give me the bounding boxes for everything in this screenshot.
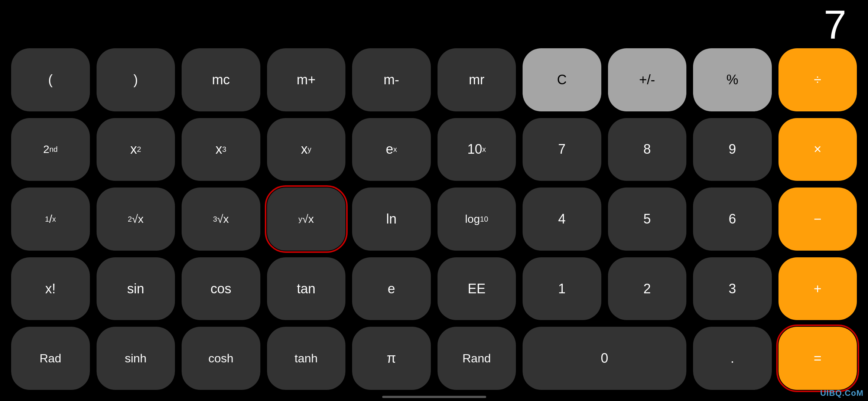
x-to-y-button[interactable]: xy [267,118,346,181]
percent-button[interactable]: % [693,48,772,111]
cube-root-button[interactable]: 3√x [182,188,260,251]
calculator-grid: ( ) mc m+ m- mr C +/- % ÷ 2nd x2 x3 xy e… [0,48,868,390]
divide-button[interactable]: ÷ [778,48,857,111]
sqrt-button[interactable]: 2√x [97,188,175,251]
ee-button[interactable]: EE [438,257,516,320]
rand-button[interactable]: Rand [438,327,516,390]
subtract-button[interactable]: − [778,188,857,251]
cosh-button[interactable]: cosh [182,327,260,390]
ten-to-x-button[interactable]: 10x [438,118,516,181]
open-paren-button[interactable]: ( [11,48,90,111]
plus-minus-button[interactable]: +/- [608,48,687,111]
zero-button[interactable]: 0 [523,327,686,390]
home-indicator [382,396,486,398]
e-to-x-button[interactable]: ex [352,118,431,181]
two-button[interactable]: 2 [608,257,687,320]
mc-button[interactable]: mc [182,48,260,111]
display: 7 [0,0,868,48]
eight-button[interactable]: 8 [608,118,687,181]
clear-button[interactable]: C [523,48,601,111]
x-squared-button[interactable]: x2 [97,118,175,181]
m-plus-button[interactable]: m+ [267,48,346,111]
seven-button[interactable]: 7 [523,118,601,181]
m-minus-button[interactable]: m- [352,48,431,111]
tanh-button[interactable]: tanh [267,327,346,390]
sin-button[interactable]: sin [97,257,175,320]
equals-button[interactable]: = [778,327,857,390]
close-paren-button[interactable]: ) [97,48,175,111]
five-button[interactable]: 5 [608,188,687,251]
rad-button[interactable]: Rad [11,327,90,390]
ln-button[interactable]: ln [352,188,431,251]
one-button[interactable]: 1 [523,257,601,320]
euler-button[interactable]: e [352,257,431,320]
decimal-button[interactable]: . [693,327,772,390]
second-button[interactable]: 2nd [11,118,90,181]
pi-button[interactable]: π [352,327,431,390]
nine-button[interactable]: 9 [693,118,772,181]
log10-button[interactable]: log10 [438,188,516,251]
cos-button[interactable]: cos [182,257,260,320]
tan-button[interactable]: tan [267,257,346,320]
y-root-button[interactable]: y√x [267,188,346,251]
mr-button[interactable]: mr [438,48,516,111]
watermark: UIBQ.CoM [820,388,864,398]
sinh-button[interactable]: sinh [97,327,175,390]
reciprocal-button[interactable]: 1/x [11,188,90,251]
three-button[interactable]: 3 [693,257,772,320]
x-cubed-button[interactable]: x3 [182,118,260,181]
four-button[interactable]: 4 [523,188,601,251]
multiply-button[interactable]: × [778,118,857,181]
display-value: 7 [824,1,846,48]
six-button[interactable]: 6 [693,188,772,251]
factorial-button[interactable]: x! [11,257,90,320]
add-button[interactable]: + [778,257,857,320]
